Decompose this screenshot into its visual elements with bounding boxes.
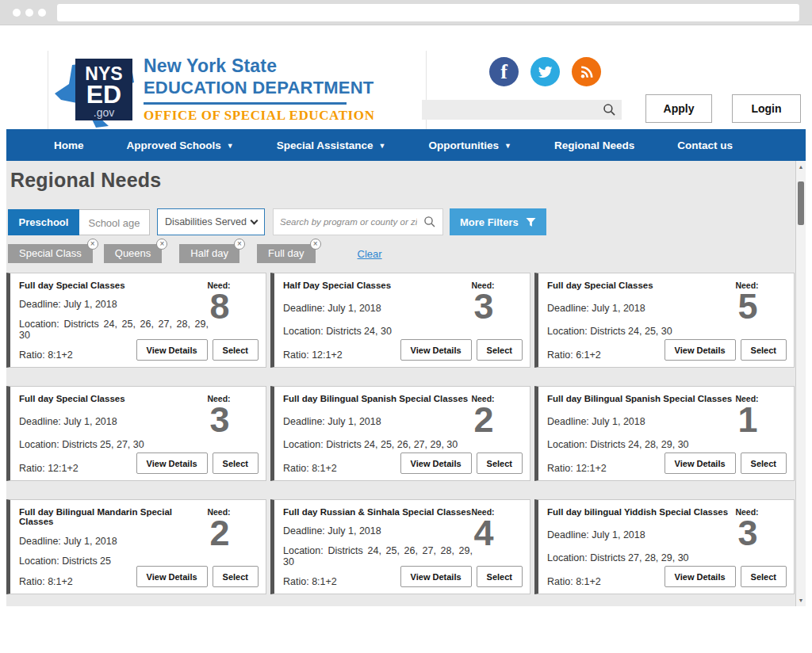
select-button[interactable]: Select xyxy=(477,339,523,361)
filter-chip[interactable]: Queens × xyxy=(104,244,163,263)
facebook-glyph: f xyxy=(500,60,508,84)
select-button[interactable]: Select xyxy=(213,339,259,361)
need-count: 2 xyxy=(460,403,506,437)
scroll-down-icon[interactable]: ▼ xyxy=(796,598,806,603)
view-details-button[interactable]: View Details xyxy=(136,339,208,361)
main-nav: Home Approved Schools ▼ Special Assistan… xyxy=(6,129,806,161)
need-block: Need: 3 xyxy=(196,394,242,437)
need-count: 5 xyxy=(724,290,770,324)
svg-text:ED: ED xyxy=(86,80,121,109)
need-card-actions: View Details Select xyxy=(136,453,259,474)
search-icon[interactable] xyxy=(603,103,616,116)
browser-chrome xyxy=(0,0,812,25)
need-card-title: Full day Special Classes xyxy=(19,281,209,290)
scrollbar-thumb[interactable] xyxy=(798,181,804,225)
filter-funnel-icon xyxy=(526,217,536,227)
need-card-actions: View Details Select xyxy=(400,453,523,474)
select-button[interactable]: Select xyxy=(741,453,787,474)
chip-close-icon[interactable]: × xyxy=(234,239,245,250)
view-details-button[interactable]: View Details xyxy=(665,453,736,474)
need-card-deadline: Deadline: July 1, 2018 xyxy=(547,303,737,314)
select-button[interactable]: Select xyxy=(213,566,259,587)
view-details-button[interactable]: View Details xyxy=(665,566,736,587)
more-filters-button[interactable]: More Filters xyxy=(450,208,546,235)
nysed-logo-graphic: NYS ED .gov xyxy=(53,54,136,130)
need-card-title: Full day Russian & Sinhala Special Class… xyxy=(283,507,473,517)
filter-chip[interactable]: Half day × xyxy=(179,244,239,263)
view-details-button[interactable]: View Details xyxy=(400,339,472,361)
nav-item-label: Approved Schools xyxy=(127,139,221,151)
need-card: Full day Special Classes Deadline: July … xyxy=(6,386,266,481)
need-block: Need: 5 xyxy=(724,281,770,324)
need-card-title: Full day Bilingual Mandarin Special Clas… xyxy=(19,507,209,526)
scroll-up-icon[interactable]: ▲ xyxy=(796,164,806,170)
need-block: Need: 3 xyxy=(460,281,506,324)
view-details-button[interactable]: View Details xyxy=(136,566,208,587)
chevron-down-icon: ▼ xyxy=(227,142,234,150)
select-button[interactable]: Select xyxy=(741,339,787,361)
nav-item[interactable]: Opportunities ▼ xyxy=(429,139,511,151)
apply-button[interactable]: Apply xyxy=(645,94,712,123)
nav-item[interactable]: Contact us xyxy=(677,139,733,151)
need-card: Full day Bilingual Spanish Special Class… xyxy=(534,386,795,481)
filter-chip[interactable]: Full day × xyxy=(257,244,316,263)
view-details-button[interactable]: View Details xyxy=(400,453,472,474)
browser-window: NYS ED .gov New York State EDUCATION DEP… xyxy=(0,0,812,653)
facebook-icon[interactable]: f xyxy=(489,57,519,86)
select-button[interactable]: Select xyxy=(741,566,787,587)
view-details-button[interactable]: View Details xyxy=(400,566,472,587)
login-button[interactable]: Login xyxy=(732,94,801,123)
view-details-button[interactable]: View Details xyxy=(136,453,208,474)
select-button[interactable]: Select xyxy=(477,453,523,474)
program-search-input[interactable] xyxy=(274,217,423,227)
need-card-location: Location: Districts 24, 25, 30 xyxy=(547,326,737,337)
tab-preschool[interactable]: Preschool xyxy=(8,209,79,235)
need-card-deadline: Deadline: July 1, 2018 xyxy=(547,529,737,540)
need-card-actions: View Details Select xyxy=(136,339,259,361)
select-button[interactable]: Select xyxy=(477,566,523,587)
disabilities-served-dropdown[interactable]: Disabilities Served xyxy=(157,208,265,235)
need-card-title: Full day Special Classes xyxy=(19,394,209,403)
more-filters-label: More Filters xyxy=(460,216,519,228)
content-area: Regional Needs Preschool School age Disa… xyxy=(6,161,806,606)
tab-school-age[interactable]: School age xyxy=(79,209,150,235)
twitter-icon[interactable] xyxy=(530,57,560,86)
chip-close-icon[interactable]: × xyxy=(310,239,321,250)
nav-item[interactable]: Approved Schools ▼ xyxy=(127,139,234,151)
need-block: Need: 2 xyxy=(460,394,506,437)
view-details-button[interactable]: View Details xyxy=(665,339,736,361)
need-card-title: Full day Special Classes xyxy=(547,281,737,290)
need-card-actions: View Details Select xyxy=(136,566,259,587)
scrollbar[interactable]: ▲ ▼ xyxy=(795,161,806,606)
nav-item[interactable]: Regional Needs xyxy=(554,139,634,151)
chevron-down-icon: ▼ xyxy=(379,142,386,150)
need-card: Full day Special Classes Deadline: July … xyxy=(534,273,795,368)
site-search-input[interactable] xyxy=(422,100,603,120)
need-card-location: Location: Districts 24, 25, 26, 27, 28, … xyxy=(283,545,473,567)
need-card-location: Location: Districts 25, 27, 30 xyxy=(19,439,209,450)
need-card-location: Location: Districts 24, 25, 26, 27, 28, … xyxy=(19,319,209,341)
page-title: Regional Needs xyxy=(10,169,161,192)
select-button[interactable]: Select xyxy=(213,453,259,474)
rss-icon[interactable] xyxy=(572,57,601,86)
nav-item[interactable]: Home xyxy=(54,139,84,151)
need-card: Full day Bilingual Mandarin Special Clas… xyxy=(6,499,266,594)
chip-close-icon[interactable]: × xyxy=(156,239,167,250)
logo-title-line2: EDUCATION DEPARTMENT xyxy=(144,78,375,98)
need-count: 2 xyxy=(196,517,242,551)
need-block: Need: 3 xyxy=(724,507,770,551)
need-card-location: Location: Districts 24, 30 xyxy=(283,326,473,337)
need-card-deadline: Deadline: July 1, 2018 xyxy=(19,416,209,427)
need-card: Full day Special Classes Deadline: July … xyxy=(6,273,266,368)
nav-item[interactable]: Special Assistance ▼ xyxy=(277,139,386,151)
need-card-deadline: Deadline: July 1, 2018 xyxy=(283,525,473,537)
program-search xyxy=(273,208,443,235)
clear-filters-link[interactable]: Clear xyxy=(358,248,382,260)
chip-close-icon[interactable]: × xyxy=(87,239,98,250)
need-count: 8 xyxy=(196,290,242,324)
filter-chip[interactable]: Special Class × xyxy=(8,244,93,263)
url-bar[interactable] xyxy=(57,4,799,21)
search-icon[interactable] xyxy=(423,216,436,228)
window-dot xyxy=(25,9,33,17)
need-block: Need: 8 xyxy=(196,281,242,324)
